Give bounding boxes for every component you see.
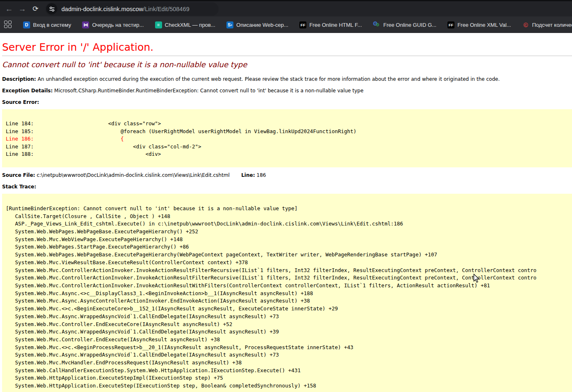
url-path: /Link/Edit/508469 xyxy=(143,6,189,12)
code-line: Line 188: <div> xyxy=(6,150,572,158)
page-title: Server Error in '/' Application. xyxy=(2,41,572,53)
source-code: Line 184: <div class="row">Line 185: @fo… xyxy=(2,109,572,167)
bookmark-favicon: © xyxy=(522,21,529,28)
exception-details-label: Exception Details: xyxy=(2,88,53,94)
bookmark-item[interactable]: © Подсчет количеств... xyxy=(522,21,572,28)
stack-line: System.Web.Mvc.Async.<>c__DisplayClass3_… xyxy=(6,290,572,298)
bookmark-label: Подсчет количеств... xyxy=(532,22,572,28)
source-error-box: Line 184: <div class="row">Line 185: @fo… xyxy=(2,109,572,167)
stack-trace-box: [RuntimeBinderException: Cannot convert … xyxy=(2,194,572,392)
stack-line: System.Web.WebPages.WebPageBase.ExecuteP… xyxy=(6,251,572,259)
bookmarks-bar: D Вход в систему ⋈ Очередь на тестир... … xyxy=(0,16,572,33)
code-line: Line 185: @foreach (UserRightModel userR… xyxy=(6,128,572,136)
apps-grid-icon[interactable] xyxy=(4,21,12,29)
description-text: An unhandled exception occurred during t… xyxy=(38,76,499,82)
stack-line: System.Web.HttpApplication.ExecuteStep(I… xyxy=(6,382,572,390)
error-subtitle: Cannot convert null to 'int' because it … xyxy=(2,60,572,69)
stack-trace-label: Stack Trace: xyxy=(2,184,572,190)
stack-line: System.Web.Mvc.ControllerActionInvoker.I… xyxy=(6,274,572,282)
bookmark-item[interactable]: S› Описание Web-сер... xyxy=(226,21,288,28)
source-error-label: Source Error: xyxy=(2,99,572,105)
title-divider xyxy=(2,56,572,56)
reload-icon: ⟳ xyxy=(33,5,38,13)
exception-details-text: Microsoft.CSharp.RuntimeBinder.RuntimeBi… xyxy=(54,88,364,94)
back-button[interactable]: ← xyxy=(2,2,16,16)
bookmark-favicon: D xyxy=(23,21,30,28)
stack-line: [RuntimeBinderException: Cannot convert … xyxy=(6,205,572,213)
source-file-label: Source File: xyxy=(2,172,35,178)
error-page: Server Error in '/' Application. Cannot … xyxy=(0,33,572,392)
bookmark-item[interactable]: D Вход в систему xyxy=(23,21,71,28)
stack-line: System.Web.Mvc.WebViewPage.ExecutePageHi… xyxy=(6,236,572,244)
arrow-left-icon: ← xyxy=(5,5,13,14)
stack-line: System.Web.Mvc.Controller.EndExecuteCore… xyxy=(6,321,572,329)
code-line: Line 187: <div class="col-md-2"> xyxy=(6,143,572,151)
stack-line: System.Web.WebPages.WebPageBase.ExecuteP… xyxy=(6,228,572,236)
arrow-right-icon: → xyxy=(19,5,26,14)
bookmark-label: Free Online XML Val... xyxy=(457,22,511,28)
stack-line: ASP._Page_Views_Link_Edit_cshtml.Execute… xyxy=(6,220,572,228)
bookmark-item[interactable]: ⋈ Очередь на тестир... xyxy=(82,21,144,28)
stack-trace-text: [RuntimeBinderException: Cannot convert … xyxy=(2,194,572,392)
bookmark-favicon: ≡ xyxy=(155,21,162,28)
stack-line: System.Web.Mvc.Async.WrappedAsyncVoid`1.… xyxy=(6,313,572,321)
stack-line: System.Web.Mvc.<>c.<BeginExecuteCore>b__… xyxy=(6,305,572,313)
description-line: Description: An unhandled exception occu… xyxy=(2,76,572,82)
bookmark-favicon: FF xyxy=(447,21,454,28)
address-bar[interactable]: dadmin-doclink.cislink.moscow/Link/Edit/… xyxy=(45,2,219,16)
bookmark-item[interactable]: ≡ CheckXML — пров... xyxy=(155,21,216,28)
description-label: Description: xyxy=(2,76,36,82)
bookmark-label: Описание Web-сер... xyxy=(236,22,288,28)
url-host: dadmin-doclink.cislink.moscow xyxy=(61,6,143,12)
forward-button[interactable]: → xyxy=(16,2,29,16)
stack-line: System.Web.Mvc.Async.WrappedAsyncVoid`1.… xyxy=(6,328,572,336)
stack-line: System.Web.Mvc.MvcHandler.EndProcessRequ… xyxy=(6,359,572,367)
bookmark-label: CheckXML — пров... xyxy=(165,22,216,28)
stack-line: System.Web.Mvc.Controller.EndExecute(IAs… xyxy=(6,336,572,344)
exception-details-line: Exception Details: Microsoft.CSharp.Runt… xyxy=(2,88,572,94)
line-label: Line: xyxy=(241,172,255,178)
bookmark-favicon: ⋈ xyxy=(82,21,89,28)
stack-line: System.Web.Mvc.Async.WrappedAsyncVoid`1.… xyxy=(6,351,572,359)
reload-button[interactable]: ⟳ xyxy=(29,2,42,16)
source-file-line: Source File: c:\inetpub\wwwroot\DocLink\… xyxy=(2,172,572,178)
stack-line: System.Web.Mvc.<>c.<BeginProcessRequest>… xyxy=(6,344,572,352)
url-text[interactable]: dadmin-doclink.cislink.moscow/Link/Edit/… xyxy=(61,6,189,12)
site-settings-badge[interactable] xyxy=(46,3,57,14)
code-line: Line 184: <div class="row"> xyxy=(6,120,572,128)
stack-line: System.Web.Mvc.ControllerActionInvoker.I… xyxy=(6,267,572,275)
browser-toolbar: ← → ⟳ dadmin-doclink.cislink.moscow/Link… xyxy=(0,1,572,16)
tune-icon xyxy=(49,6,55,12)
bookmark-favicon: S› xyxy=(226,21,233,28)
bookmark-item[interactable]: ⚙⚙ Free Online GUID G... xyxy=(373,21,437,28)
bookmark-item[interactable]: FF Free Online XML Val... xyxy=(447,21,511,28)
bookmark-label: Очередь на тестир... xyxy=(92,22,144,28)
bookmark-label: Вход в систему xyxy=(33,22,71,28)
stack-line: System.Web.CallHandlerExecutionStep.Syst… xyxy=(6,367,572,375)
stack-line: System.Web.WebPages.StartPage.ExecutePag… xyxy=(6,243,572,251)
stack-line: System.Web.HttpApplication.ExecuteStepIm… xyxy=(6,374,572,382)
line-number: 186 xyxy=(257,172,266,178)
bookmark-label: Free Online HTML F... xyxy=(309,22,362,28)
stack-line: CallSite.Target(Closure , CallSite , Obj… xyxy=(6,213,572,221)
bookmark-favicon: FF xyxy=(299,21,306,28)
error-code-line: Line 186: { xyxy=(6,135,572,143)
bookmark-label: Free Online GUID G... xyxy=(384,22,437,28)
stack-line: System.Web.Mvc.ControllerActionInvoker.I… xyxy=(6,282,572,290)
source-file-path: c:\inetpub\wwwroot\DocLink\admin-doclink… xyxy=(37,172,230,178)
stack-line: System.Web.Mvc.ViewResultBase.ExecuteRes… xyxy=(6,259,572,267)
stack-line: System.Web.Mvc.Async.AsyncControllerActi… xyxy=(6,297,572,305)
bookmark-item[interactable]: FF Free Online HTML F... xyxy=(299,21,362,28)
gears-icon: ⚙⚙ xyxy=(373,21,381,28)
